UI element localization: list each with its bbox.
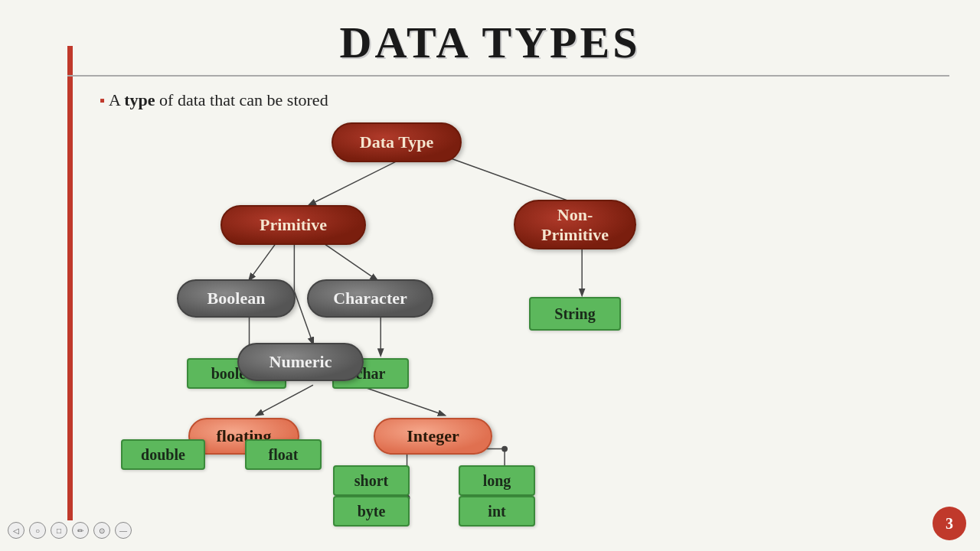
node-non-primitive: Non- Primitive [514,200,636,249]
toolbar-circle-icon[interactable]: ○ [29,522,46,539]
bold-type: type [124,90,155,109]
title-divider [67,75,949,77]
page-title: DATA TYPES [0,17,980,68]
node-short: short [333,465,410,496]
node-byte: byte [333,496,410,527]
node-int-val: int [459,496,535,527]
toolbar-target-icon[interactable]: ⊙ [93,522,110,539]
page-number-badge: 3 [933,507,966,540]
svg-line-10 [358,385,445,415]
toolbar-minus-icon[interactable]: — [115,522,132,539]
svg-point-22 [501,446,508,452]
node-numeric: Numeric [237,343,364,381]
node-character: Character [307,279,433,318]
node-float-val: float [245,439,322,470]
node-primitive: Primitive [220,205,366,245]
svg-line-1 [445,156,580,205]
diagram-area: Data Type Primitive Non- Primitive Boole… [67,115,949,513]
node-string: String [529,297,621,331]
bottom-toolbar: ◁ ○ □ ✏ ⊙ — [8,522,132,539]
toolbar-square-icon[interactable]: □ [51,522,67,539]
toolbar-pen-icon[interactable]: ✏ [72,522,89,539]
svg-line-9 [256,385,313,415]
svg-line-0 [309,156,407,205]
node-integer: Integer [374,418,492,455]
node-data-type: Data Type [332,122,462,162]
node-boolean: Boolean [177,279,296,318]
node-long-val: long [459,465,535,496]
node-double: double [121,439,205,470]
toolbar-back-icon[interactable]: ◁ [8,522,24,539]
subtitle-text: A type of data that can be stored [100,90,328,110]
